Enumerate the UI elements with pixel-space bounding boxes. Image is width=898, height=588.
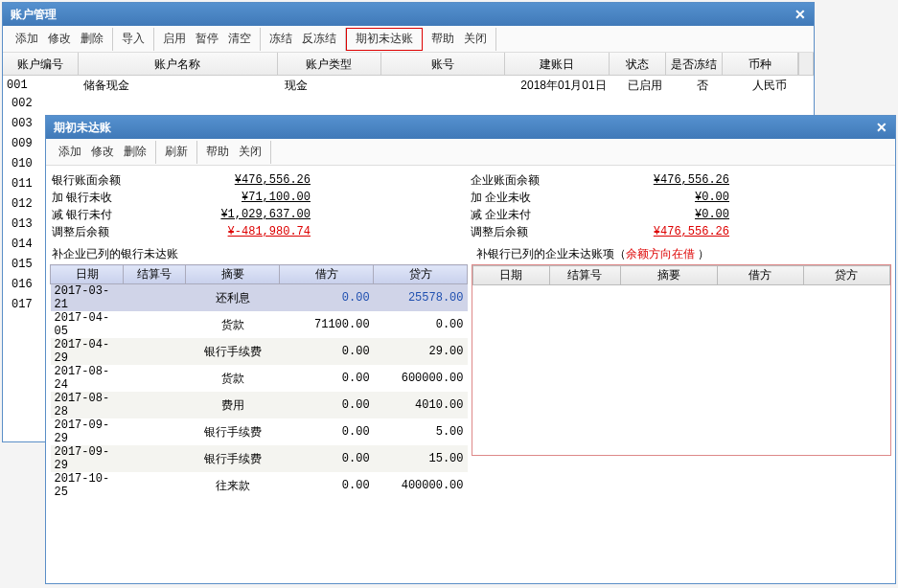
header-id[interactable]: 账户编号 (3, 53, 79, 75)
cell-settlement (124, 445, 186, 472)
col-date[interactable]: 日期 (51, 265, 124, 284)
account-id-003[interactable]: 003 (8, 117, 36, 137)
toolbar-暂停[interactable]: 暂停 (191, 29, 223, 49)
enterprise-summary: 企业账面余额¥476,556.26加 企业未收¥0.00减 企业未付¥0.00调… (471, 171, 889, 240)
cell-date: 2017-09-29 (51, 445, 124, 472)
cell-settlement (124, 311, 186, 338)
table-row[interactable]: 2017-08-24货款0.00600000.00 (51, 365, 468, 392)
summary-label: 调整后余额 (52, 223, 176, 240)
toolbar-帮助[interactable]: 帮助 (426, 29, 459, 49)
toolbar-反冻结[interactable]: 反冻结 (297, 29, 341, 49)
summary-label: 调整后余额 (471, 223, 595, 240)
col-credit[interactable]: 贷方 (803, 266, 889, 285)
cell-debit: 0.00 (280, 445, 374, 472)
cell-date: 2017-09-29 (51, 418, 124, 445)
table-row[interactable]: 2017-03-21还利息0.0025578.00 (51, 284, 468, 312)
account-id-015[interactable]: 015 (8, 258, 36, 278)
cell-debit: 0.00 (280, 284, 374, 312)
col-summary[interactable]: 摘要 (186, 265, 280, 284)
toolbar-删除[interactable]: 删除 (76, 29, 108, 49)
child-titlebar: 期初未达账 ✕ (46, 116, 895, 139)
col-date[interactable]: 日期 (473, 266, 550, 285)
cell-type: 现金 (281, 76, 386, 95)
cell-credit: 4010.00 (374, 392, 468, 418)
col-settlement[interactable]: 结算号 (124, 265, 186, 284)
parent-scrollbar[interactable] (798, 53, 814, 75)
bank-summary: 银行账面余额¥476,556.26加 银行未收¥71,100.00减 银行未付¥… (52, 171, 471, 240)
cell-date: 2017-08-24 (51, 365, 124, 392)
col-debit[interactable]: 借方 (280, 265, 374, 284)
left-section-caption: 补企业已列的银行未达账 (46, 242, 471, 264)
cell-credit: 0.00 (374, 311, 468, 338)
col-debit[interactable]: 借方 (717, 266, 803, 285)
cell-id: 001 (3, 76, 80, 95)
summary-value: ¥-481,980.74 (176, 223, 311, 240)
summary-value: ¥476,556.26 (595, 171, 729, 189)
account-id-013[interactable]: 013 (8, 217, 36, 237)
cell-debit: 0.00 (280, 365, 374, 392)
account-id-002[interactable]: 002 (8, 97, 36, 117)
toolbar-启用[interactable]: 启用 (158, 29, 191, 49)
table-row[interactable]: 2017-04-29银行手续费0.0029.00 (51, 338, 468, 365)
toolbar-冻结[interactable]: 冻结 (265, 29, 297, 49)
toolbar-期初未达账[interactable]: 期初未达账 (351, 29, 418, 49)
header-date[interactable]: 建账日 (505, 53, 610, 75)
toolbar-添加[interactable]: 添加 (54, 142, 86, 162)
cell-debit: 71100.00 (280, 311, 374, 338)
cell-settlement (124, 284, 186, 312)
table-row[interactable]: 2017-08-28费用0.004010.00 (51, 392, 468, 418)
summary-value: ¥71,100.00 (176, 189, 311, 206)
close-icon[interactable]: ✕ (876, 116, 887, 139)
summary-value: ¥0.00 (595, 206, 729, 223)
col-credit[interactable]: 贷方 (374, 265, 468, 284)
table-row[interactable]: 2017-09-29银行手续费0.0015.00 (51, 445, 468, 472)
toolbar-修改[interactable]: 修改 (86, 142, 119, 162)
toolbar-刷新[interactable]: 刷新 (160, 142, 193, 162)
header-frozen[interactable]: 是否冻结 (666, 53, 723, 75)
summary-label: 减 企业未付 (471, 206, 595, 223)
opening-outstanding-window: 期初未达账 ✕ 添加修改删除刷新帮助关闭 银行账面余额¥476,556.26加 … (45, 115, 896, 584)
account-id-017[interactable]: 017 (8, 298, 36, 318)
table-row[interactable]: 2017-09-29银行手续费0.005.00 (51, 418, 468, 445)
cell-summary: 往来款 (186, 472, 280, 499)
account-id-014[interactable]: 014 (8, 237, 36, 258)
header-name[interactable]: 账户名称 (79, 53, 278, 75)
toolbar-帮助[interactable]: 帮助 (201, 142, 234, 162)
header-curr[interactable]: 币种 (723, 53, 798, 75)
header-type[interactable]: 账户类型 (278, 53, 382, 75)
summary-label: 加 银行未收 (52, 189, 176, 206)
col-summary[interactable]: 摘要 (620, 266, 717, 285)
cell-debit: 0.00 (280, 338, 374, 365)
account-id-011[interactable]: 011 (8, 177, 36, 197)
cell-status: 已启用 (616, 76, 674, 95)
cell-summary: 费用 (186, 392, 280, 418)
account-id-010[interactable]: 010 (8, 157, 36, 177)
table-row[interactable]: 2017-04-05货款71100.000.00 (51, 311, 468, 338)
bank-not-reached-table: 日期 结算号 摘要 借方 贷方 2017-03-21还利息0.0025578.0… (50, 264, 468, 499)
cell-date: 2017-04-05 (51, 311, 124, 338)
summary-value: ¥0.00 (595, 189, 729, 206)
account-id-012[interactable]: 012 (8, 197, 36, 217)
account-id-016[interactable]: 016 (8, 278, 36, 298)
account-id-009[interactable]: 009 (8, 137, 36, 157)
toolbar-关闭[interactable]: 关闭 (234, 142, 266, 162)
toolbar-清空[interactable]: 清空 (223, 29, 256, 49)
col-settlement[interactable]: 结算号 (549, 266, 620, 285)
cell-debit: 0.00 (280, 418, 374, 445)
summary-label: 企业账面余额 (471, 171, 595, 189)
summary-label: 加 企业未收 (471, 189, 595, 206)
cell-debit: 0.00 (280, 392, 374, 418)
header-status[interactable]: 状态 (610, 53, 666, 75)
header-acct[interactable]: 账号 (381, 53, 504, 75)
cell-date: 2017-08-28 (51, 392, 124, 418)
toolbar-关闭[interactable]: 关闭 (459, 29, 492, 49)
toolbar-导入[interactable]: 导入 (117, 29, 150, 49)
parent-toolbar: 添加修改删除导入启用暂停清空冻结反冻结期初未达账帮助关闭 (3, 26, 814, 53)
close-icon[interactable]: ✕ (794, 3, 806, 26)
toolbar-修改[interactable]: 修改 (43, 29, 76, 49)
account-row[interactable]: 001 储备现金 现金 2018年01月01日 已启用 否 人民币 (3, 76, 814, 95)
table-row[interactable]: 2017-10-25往来款0.00400000.00 (51, 472, 468, 499)
toolbar-添加[interactable]: 添加 (11, 29, 43, 49)
parent-title: 账户管理 (11, 3, 57, 26)
toolbar-删除[interactable]: 删除 (119, 142, 151, 162)
